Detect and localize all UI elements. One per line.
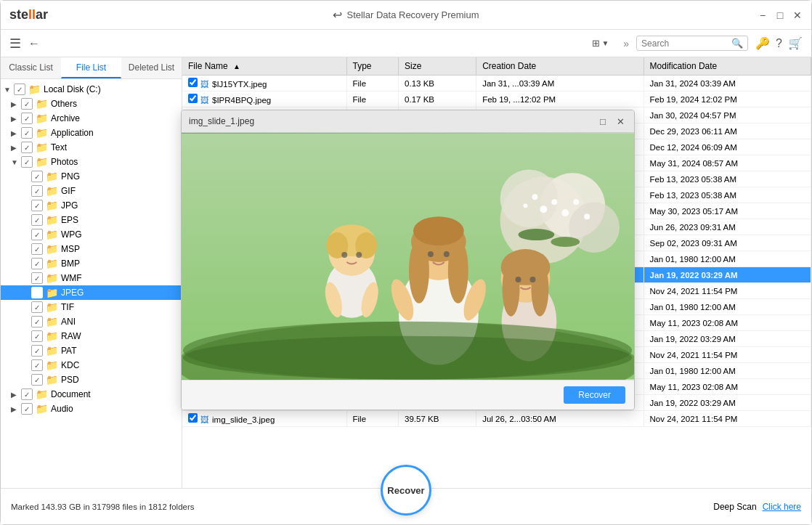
checkbox-gif[interactable]: ✓: [31, 185, 43, 197]
modal-image: [182, 133, 634, 380]
checkbox-ani[interactable]: ✓: [31, 316, 43, 327]
checkbox-psd[interactable]: ✓: [31, 374, 43, 386]
tab-file-list[interactable]: File List: [61, 57, 121, 78]
table-row[interactable]: 🖼$IPR4BPQ.jpegFile0.17 KBFeb 19, ...12:0…: [182, 91, 811, 107]
checkbox-raw[interactable]: ✓: [31, 330, 43, 342]
checkbox-archive[interactable]: ✓: [21, 113, 33, 124]
tree-item-ani[interactable]: ✓ 📁 ANI: [1, 314, 182, 329]
checkbox-jpeg[interactable]: ✓: [31, 287, 43, 298]
modal-recover-button[interactable]: Recover: [564, 386, 625, 404]
checkbox-pat[interactable]: ✓: [31, 345, 43, 357]
title-bar: stellar ↩ Stellar Data Recovery Premium …: [1, 1, 811, 30]
checkbox-local-disk[interactable]: ✓: [14, 84, 25, 95]
file-type: File: [346, 76, 399, 91]
expand-arrow-icon: [21, 376, 31, 384]
file-created: Feb 19, ...12:02 PM: [476, 91, 643, 107]
file-created: Jan 31, ...03:39 AM: [476, 76, 643, 91]
file-created: Jul 26, 2...03:50 AM: [476, 411, 643, 427]
tree-item-raw[interactable]: ✓ 📁 RAW: [1, 329, 182, 343]
tab-deleted-list[interactable]: Deleted List: [121, 57, 182, 78]
tree-item-archive[interactable]: ▶ ✓ 📁 Archive: [1, 111, 182, 126]
minimize-button[interactable]: −: [758, 10, 768, 20]
checkbox-jpg[interactable]: ✓: [31, 200, 43, 211]
file-modified: Jan 31, 2024 03:39 AM: [643, 76, 811, 91]
tree-item-pat[interactable]: ✓ 📁 PAT: [1, 343, 182, 358]
checkbox-audio[interactable]: ✓: [21, 403, 33, 415]
checkbox-document[interactable]: ✓: [21, 388, 33, 400]
tree-item-tif[interactable]: ✓ 📁 TIF: [1, 300, 182, 314]
checkbox-kdc[interactable]: ✓: [31, 359, 43, 371]
table-row[interactable]: 🖼$IJ15YTX.jpegFile0.13 KBJan 31, ...03:3…: [182, 76, 811, 91]
tree-item-local-disk[interactable]: ▼ ✓ 📁 Local Disk (C:): [1, 82, 182, 97]
expand-arrow-icon: [21, 362, 31, 370]
checkbox-tif[interactable]: ✓: [31, 301, 43, 313]
svg-point-38: [503, 261, 520, 317]
checkbox-wmf[interactable]: ✓: [31, 272, 43, 284]
tree-item-eps[interactable]: ✓ 📁 EPS: [1, 213, 182, 227]
app-logo: stellar: [9, 7, 48, 23]
tree-item-psd[interactable]: ✓ 📁 PSD: [1, 373, 182, 387]
sidebar-tabs: Classic List File List Deleted List: [1, 57, 182, 79]
checkbox-photos[interactable]: ✓: [21, 156, 33, 168]
checkbox-text[interactable]: ✓: [21, 142, 33, 153]
file-modified: Feb 19, 2024 12:02 PM: [643, 91, 811, 107]
maximize-button[interactable]: □: [775, 10, 785, 20]
tree-item-jpeg[interactable]: ✓ 📁 JPEG: [1, 285, 182, 300]
file-type: File: [346, 91, 399, 107]
key-icon[interactable]: 🔑: [755, 36, 770, 50]
close-button[interactable]: ✕: [792, 10, 803, 20]
svg-point-12: [523, 203, 527, 208]
file-size: 39.57 KB: [399, 411, 476, 427]
tree-item-bmp[interactable]: ✓ 📁 BMP: [1, 256, 182, 271]
tree-item-gif[interactable]: ✓ 📁 GIF: [1, 184, 182, 198]
row-checkbox[interactable]: [188, 94, 198, 103]
row-checkbox[interactable]: [188, 78, 198, 87]
file-modified: Jan 19, 2022 03:29 AM: [643, 331, 811, 347]
checkbox-eps[interactable]: ✓: [31, 214, 43, 226]
tree-item-png[interactable]: ✓ 📁 PNG: [1, 169, 182, 184]
checkbox-wpg[interactable]: ✓: [31, 229, 43, 240]
col-header-created: Creation Date: [476, 57, 643, 76]
checkbox-bmp[interactable]: ✓: [31, 258, 43, 269]
tree-item-others[interactable]: ▶ ✓ 📁 Others: [1, 97, 182, 111]
file-name: $IJ15YTX.jpeg: [212, 80, 267, 89]
cart-icon[interactable]: 🛒: [788, 36, 803, 50]
modal-minimize-button[interactable]: □: [596, 115, 609, 128]
svg-point-29: [448, 238, 468, 304]
file-modified: Jan 19, 2022 03:29 AM: [643, 267, 811, 283]
search-input[interactable]: [641, 38, 728, 49]
modal-close-button[interactable]: ✕: [614, 115, 627, 128]
tree-item-audio[interactable]: ▶ ✓ 📁 Audio: [1, 402, 182, 416]
modal-header: img_slide_1.jpeg □ ✕: [182, 110, 634, 133]
table-row[interactable]: 🖼img_slide_3.jpegFile39.57 KBJul 26, 2..…: [182, 411, 811, 427]
tree-item-text[interactable]: ▶ ✓ 📁 Text: [1, 140, 182, 155]
folder-icon: 📁: [46, 171, 58, 182]
click-here-link[interactable]: Click here: [763, 502, 801, 512]
help-icon[interactable]: ?: [776, 37, 782, 50]
tree-item-wpg[interactable]: ✓ 📁 WPG: [1, 227, 182, 242]
tree-item-wmf[interactable]: ✓ 📁 WMF: [1, 271, 182, 285]
menu-icon[interactable]: ☰: [9, 36, 21, 52]
row-checkbox[interactable]: [188, 413, 198, 423]
tree-item-kdc[interactable]: ✓ 📁 KDC: [1, 358, 182, 373]
tree-item-photos[interactable]: ▼ ✓ 📁 Photos: [1, 155, 182, 169]
svg-point-6: [540, 205, 547, 213]
checkbox-msp[interactable]: ✓: [31, 243, 43, 255]
preview-modal: img_slide_1.jpeg □ ✕: [181, 110, 635, 410]
modal-controls: □ ✕: [596, 115, 627, 128]
svg-point-4: [500, 169, 559, 227]
grid-view-button[interactable]: ⊞ ▼: [592, 38, 609, 49]
recover-big-button[interactable]: Recover: [381, 465, 431, 516]
checkbox-application[interactable]: ✓: [21, 127, 33, 139]
tree-item-jpg[interactable]: ✓ 📁 JPG: [1, 198, 182, 213]
checkbox-png[interactable]: ✓: [31, 171, 43, 182]
tree-item-msp[interactable]: ✓ 📁 MSP: [1, 242, 182, 256]
tree-item-application[interactable]: ▶ ✓ 📁 Application: [1, 126, 182, 140]
col-header-filename: File Name ▲: [182, 57, 346, 76]
tree-item-document[interactable]: ▶ ✓ 📁 Document: [1, 387, 182, 402]
checkbox-others[interactable]: ✓: [21, 98, 33, 110]
back-button[interactable]: ←: [28, 37, 40, 50]
svg-point-10: [573, 199, 579, 205]
tab-classic-list[interactable]: Classic List: [1, 57, 61, 78]
modal-title: img_slide_1.jpeg: [189, 116, 254, 126]
